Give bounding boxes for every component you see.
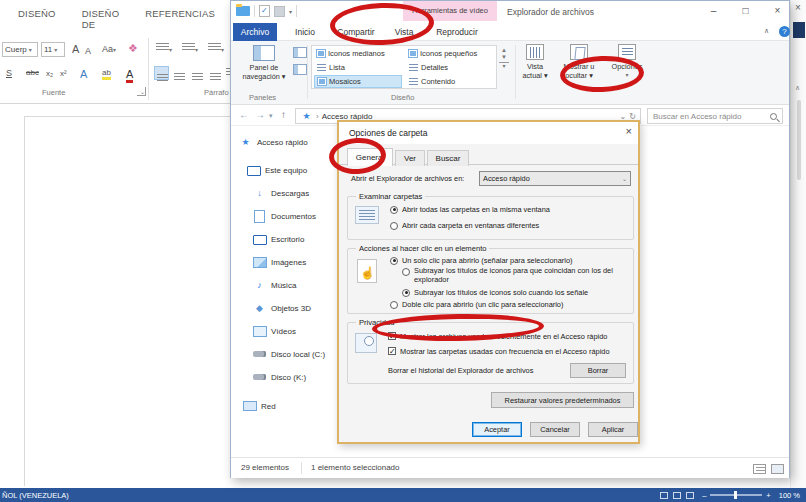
sidebar-item-este-equipo[interactable]: Este equipo [247, 163, 307, 177]
view-contenido[interactable]: Contenido [406, 75, 494, 88]
sidebar-item-acceso-rapido[interactable]: Acceso rápido [239, 135, 308, 149]
word-close-icon[interactable]: × [795, 2, 801, 13]
sidebar-item-red[interactable]: Red [243, 399, 276, 413]
sidebar-item-documentos[interactable]: Documentos [253, 209, 316, 223]
aplicar-button[interactable]: Aplicar [588, 422, 638, 437]
zoom-slider-thumb[interactable] [734, 491, 737, 499]
details-pane-button[interactable] [293, 64, 307, 75]
view-iconos-pequenos[interactable]: Iconos pequeños [406, 47, 494, 60]
strikethrough-button[interactable]: abc [26, 68, 39, 77]
tab-inicio[interactable]: Inicio [287, 23, 323, 41]
align-right-button[interactable] [190, 66, 205, 80]
dialog-launcher-icon[interactable]: ⌄ [137, 87, 146, 96]
view-detalles[interactable]: Detalles [406, 61, 494, 74]
word-document-page[interactable] [24, 116, 230, 486]
collapse-ribbon-icon[interactable]: ∧ [764, 27, 769, 35]
search-input[interactable]: Buscar en Acceso rápido [647, 108, 783, 124]
numbering-button[interactable]: ▾ [182, 43, 198, 54]
font-name-select[interactable]: Cuerp▾ [2, 42, 38, 57]
tab-ver[interactable]: Ver [395, 150, 425, 166]
help-icon[interactable]: ? [779, 26, 790, 37]
superscript-button[interactable]: x² [60, 69, 67, 78]
change-case-button[interactable]: Aa▾ [102, 44, 116, 54]
maximize-button[interactable]: □ [737, 3, 754, 19]
zoom-in-button[interactable]: + [766, 491, 770, 500]
tab-buscar[interactable]: Buscar [427, 150, 469, 166]
checkbox-carpetas-frecuencia[interactable]: ✓Mostrar las carpetas usadas con frecuen… [388, 347, 610, 356]
shrink-font-button[interactable]: A [85, 46, 91, 56]
radio-misma-ventana[interactable]: Abrir todas las carpetas en la misma ven… [390, 205, 550, 214]
sidebar-item-disco-local-c[interactable]: Disco local (C:) [253, 347, 325, 361]
up-icon[interactable]: ↑ [281, 109, 286, 120]
word-scrollbar[interactable] [797, 100, 801, 180]
align-center-button[interactable] [172, 66, 187, 80]
highlight-button[interactable]: ab [102, 68, 111, 80]
sidebar-item-imagenes[interactable]: Imágenes [253, 255, 306, 269]
explorer-title-bar[interactable]: ▾ Herramientas de vídeo Explorador de ar… [231, 1, 789, 23]
forward-icon[interactable]: → [255, 109, 265, 120]
recent-locations-icon[interactable]: ▾ [269, 112, 273, 120]
open-explorer-select[interactable]: Acceso rápido⌄ [479, 171, 631, 186]
subscript-button[interactable]: x₂ [46, 69, 53, 78]
zoom-slider[interactable] [710, 494, 762, 496]
sidebar-item-disco-k[interactable]: Disco (K:) [253, 370, 306, 384]
close-button[interactable]: × [769, 3, 786, 19]
show-hide-button[interactable]: Mostrar u ocultar ▾ [557, 44, 601, 80]
radio-doble-clic[interactable]: Doble clic para abrirlo (un clic para se… [390, 300, 563, 309]
radio-un-solo-clic[interactable]: Un solo clic para abrirlo (señalar para … [390, 256, 572, 265]
new-folder-icon[interactable] [274, 6, 285, 17]
bullets-button[interactable]: ▾ [156, 43, 172, 54]
font-size-select[interactable]: 11▾ [41, 42, 65, 57]
radio-subrayar-senale[interactable]: Subrayar los títulos de iconos solo cuan… [402, 288, 588, 297]
clear-format-icon[interactable]: ❖ [128, 42, 138, 55]
sidebar-item-videos[interactable]: Vídeos [253, 324, 296, 338]
language-status[interactable]: ÑOL (VENEZUELA) [2, 491, 69, 500]
options-button[interactable]: Opciones ▾ [605, 44, 649, 78]
thumbnail-view-toggle-icon[interactable] [771, 464, 784, 474]
justify-button[interactable] [208, 66, 223, 80]
view-mosaicos[interactable]: Mosaicos [314, 75, 402, 88]
properties-check-icon[interactable] [259, 5, 270, 17]
zoom-out-button[interactable]: – [702, 491, 706, 500]
customize-qat-icon[interactable]: ▾ [289, 8, 292, 15]
restore-defaults-button[interactable]: Restaurar valores predeterminados [491, 392, 634, 408]
sidebar-item-musica[interactable]: Música [253, 278, 296, 292]
radio-ventanas-diferentes[interactable]: Abrir cada carpeta en ventanas diferente… [390, 221, 539, 230]
tab-archivo[interactable]: Archivo [233, 23, 277, 41]
web-layout-icon[interactable] [686, 492, 694, 499]
text-effects-button[interactable]: A [80, 68, 87, 80]
view-lista[interactable]: Lista [314, 61, 402, 74]
preview-pane-button[interactable] [293, 47, 307, 58]
tab-vista[interactable]: Vista [387, 23, 421, 41]
recent-history-icon [355, 333, 377, 353]
align-left-button[interactable] [154, 66, 169, 80]
views-scroll-arrows[interactable]: ▲▼▾ [499, 47, 509, 70]
cancelar-button[interactable]: Cancelar [530, 422, 580, 437]
aceptar-button[interactable]: Aceptar [472, 422, 522, 437]
radio-subrayar-coincidan[interactable]: Subrayar los títulos de iconos para que … [402, 267, 630, 285]
sidebar-item-objetos-3d[interactable]: Objetos 3D [253, 301, 311, 315]
dialog-close-icon[interactable]: × [626, 125, 632, 137]
checkbox-archivos-recientes[interactable]: ✓Mostrar los archivos usados recientemen… [388, 332, 607, 341]
view-iconos-medianos[interactable]: Iconos medianos [314, 47, 402, 60]
tab-compartir[interactable]: Compartir [331, 23, 381, 41]
read-mode-icon[interactable] [660, 492, 668, 499]
explorer-logo-icon[interactable] [236, 6, 250, 16]
back-icon[interactable]: ← [239, 109, 249, 120]
font-color-button[interactable]: A [126, 68, 133, 83]
grow-font-button[interactable]: A [72, 43, 79, 55]
tab-general[interactable]: General [347, 148, 393, 166]
zoom-level[interactable]: 100 % [779, 491, 800, 500]
sidebar-item-escritorio[interactable]: Escritorio [253, 232, 304, 246]
print-layout-icon[interactable] [673, 492, 681, 499]
multilevel-list-button[interactable]: ▾ [208, 43, 224, 54]
sidebar-item-descargas[interactable]: Descargas [253, 186, 309, 200]
minimize-button[interactable]: – [705, 3, 722, 19]
scrollbar-up-icon[interactable]: ∧ [795, 84, 800, 92]
underline-button[interactable]: S [6, 68, 12, 78]
borrar-button[interactable]: Borrar [570, 363, 626, 378]
current-view-button[interactable]: Vista actual ▾ [517, 44, 553, 80]
details-view-toggle-icon[interactable] [753, 464, 766, 474]
navigation-pane-button[interactable]: Panel de navegación ▾ [239, 44, 289, 97]
tab-reproducir[interactable]: Reproducir [429, 23, 485, 41]
